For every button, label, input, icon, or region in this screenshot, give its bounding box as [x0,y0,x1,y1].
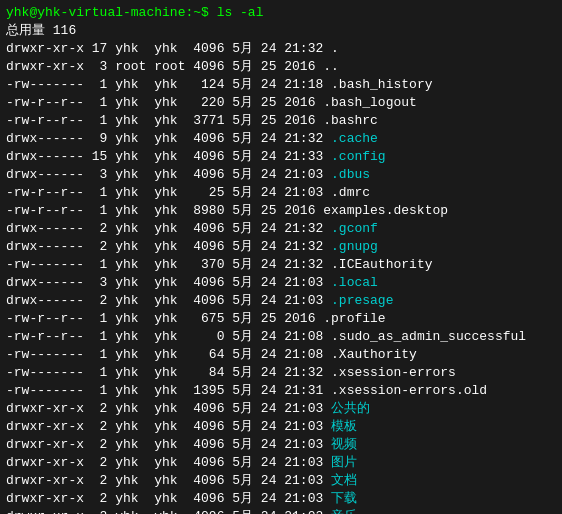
list-item: -rw------- 1 yhk yhk 84 5月 24 21:32 .xse… [6,364,556,382]
file-name: 音乐 [331,508,357,514]
file-meta: -rw-r--r-- 1 yhk yhk 3771 5月 25 2016 [6,112,323,130]
file-name: .profile [323,310,385,328]
file-meta: -rw------- 1 yhk yhk 370 5月 24 21:32 [6,256,331,274]
file-name: .gconf [331,220,378,238]
prompt: yhk@yhk-virtual-machine:~$ ls -al [6,4,263,22]
file-name: .Xauthority [331,346,417,364]
list-item: drwxr-xr-x 2 yhk yhk 4096 5月 24 21:03 图片 [6,454,556,472]
file-name: .ICEauthority [331,256,432,274]
file-name: .xsession-errors.old [331,382,487,400]
file-name: 公共的 [331,400,370,418]
file-meta: -rw-r--r-- 1 yhk yhk 0 5月 24 21:08 [6,328,331,346]
file-meta: -rw------- 1 yhk yhk 64 5月 24 21:08 [6,346,331,364]
file-meta: -rw-r--r-- 1 yhk yhk 220 5月 25 2016 [6,94,323,112]
file-meta: drwx------ 3 yhk yhk 4096 5月 24 21:03 [6,274,331,292]
list-item: drwx------ 2 yhk yhk 4096 5月 24 21:32 .g… [6,238,556,256]
file-name: 文档 [331,472,357,490]
file-name: 图片 [331,454,357,472]
file-meta: drwxr-xr-x 2 yhk yhk 4096 5月 24 21:03 [6,454,331,472]
file-meta: drwxr-xr-x 2 yhk yhk 4096 5月 24 21:03 [6,400,331,418]
file-meta: drwxr-xr-x 2 yhk yhk 4096 5月 24 21:03 [6,472,331,490]
list-item: drwxr-xr-x 2 yhk yhk 4096 5月 24 21:03 公共… [6,400,556,418]
file-meta: drwx------ 2 yhk yhk 4096 5月 24 21:32 [6,220,331,238]
file-meta: drwx------ 2 yhk yhk 4096 5月 24 21:32 [6,238,331,256]
file-name: .bash_history [331,76,432,94]
list-item: -rw-r--r-- 1 yhk yhk 220 5月 25 2016 .bas… [6,94,556,112]
list-item: drwxr-xr-x 3 root root 4096 5月 25 2016 .… [6,58,556,76]
total-label: 总用量 116 [6,22,76,40]
file-list: drwxr-xr-x 17 yhk yhk 4096 5月 24 21:32 .… [6,40,556,514]
list-item: drwx------ 3 yhk yhk 4096 5月 24 21:03 .d… [6,166,556,184]
file-name: .local [331,274,378,292]
file-name: .dmrc [331,184,370,202]
list-item: drwx------ 15 yhk yhk 4096 5月 24 21:33 .… [6,148,556,166]
file-meta: -rw------- 1 yhk yhk 84 5月 24 21:32 [6,364,331,382]
file-name: .bashrc [323,112,378,130]
file-meta: -rw-r--r-- 1 yhk yhk 675 5月 25 2016 [6,310,323,328]
list-item: drwxr-xr-x 2 yhk yhk 4096 5月 24 21:03 模板 [6,418,556,436]
list-item: drwx------ 2 yhk yhk 4096 5月 24 21:32 .g… [6,220,556,238]
file-meta: drwx------ 2 yhk yhk 4096 5月 24 21:03 [6,292,331,310]
file-name: examples.desktop [323,202,448,220]
total-line: 总用量 116 [6,22,556,40]
file-name: .dbus [331,166,370,184]
file-meta: -rw-r--r-- 1 yhk yhk 25 5月 24 21:03 [6,184,331,202]
list-item: -rw------- 1 yhk yhk 124 5月 24 21:18 .ba… [6,76,556,94]
file-name: .cache [331,130,378,148]
file-meta: drwxr-xr-x 3 root root 4096 5月 25 2016 [6,58,323,76]
file-name: .bash_logout [323,94,417,112]
file-meta: drwx------ 15 yhk yhk 4096 5月 24 21:33 [6,148,331,166]
list-item: -rw-r--r-- 1 yhk yhk 25 5月 24 21:03 .dmr… [6,184,556,202]
list-item: drwxr-xr-x 17 yhk yhk 4096 5月 24 21:32 . [6,40,556,58]
list-item: drwx------ 2 yhk yhk 4096 5月 24 21:03 .p… [6,292,556,310]
list-item: -rw-r--r-- 1 yhk yhk 3771 5月 25 2016 .ba… [6,112,556,130]
file-name: 下载 [331,490,357,508]
file-name: .. [323,58,339,76]
list-item: -rw------- 1 yhk yhk 1395 5月 24 21:31 .x… [6,382,556,400]
file-meta: drwxr-xr-x 2 yhk yhk 4096 5月 24 21:03 [6,490,331,508]
list-item: drwx------ 3 yhk yhk 4096 5月 24 21:03 .l… [6,274,556,292]
list-item: drwxr-xr-x 2 yhk yhk 4096 5月 24 21:03 下载 [6,490,556,508]
file-name: 模板 [331,418,357,436]
file-name: .gnupg [331,238,378,256]
list-item: -rw------- 1 yhk yhk 370 5月 24 21:32 .IC… [6,256,556,274]
list-item: -rw-r--r-- 1 yhk yhk 675 5月 25 2016 .pro… [6,310,556,328]
list-item: drwxr-xr-x 2 yhk yhk 4096 5月 24 21:03 视频 [6,436,556,454]
file-meta: drwxr-xr-x 2 yhk yhk 4096 5月 24 21:03 [6,418,331,436]
list-item: drwx------ 9 yhk yhk 4096 5月 24 21:32 .c… [6,130,556,148]
file-name: .presage [331,292,393,310]
list-item: -rw------- 1 yhk yhk 64 5月 24 21:08 .Xau… [6,346,556,364]
list-item: -rw-r--r-- 1 yhk yhk 0 5月 24 21:08 .sudo… [6,328,556,346]
list-item: drwxr-xr-x 2 yhk yhk 4096 5月 24 21:03 音乐 [6,508,556,514]
list-item: -rw-r--r-- 1 yhk yhk 8980 5月 25 2016 exa… [6,202,556,220]
command-line: yhk@yhk-virtual-machine:~$ ls -al [6,4,556,22]
file-name: . [331,40,339,58]
file-meta: drwxr-xr-x 2 yhk yhk 4096 5月 24 21:03 [6,508,331,514]
file-meta: -rw------- 1 yhk yhk 1395 5月 24 21:31 [6,382,331,400]
file-meta: drwx------ 9 yhk yhk 4096 5月 24 21:32 [6,130,331,148]
file-name: .sudo_as_admin_successful [331,328,526,346]
file-name: 视频 [331,436,357,454]
file-meta: -rw------- 1 yhk yhk 124 5月 24 21:18 [6,76,331,94]
file-meta: -rw-r--r-- 1 yhk yhk 8980 5月 25 2016 [6,202,323,220]
file-meta: drwx------ 3 yhk yhk 4096 5月 24 21:03 [6,166,331,184]
file-name: .xsession-errors [331,364,456,382]
list-item: drwxr-xr-x 2 yhk yhk 4096 5月 24 21:03 文档 [6,472,556,490]
file-meta: drwxr-xr-x 2 yhk yhk 4096 5月 24 21:03 [6,436,331,454]
terminal: yhk@yhk-virtual-machine:~$ ls -al 总用量 11… [0,0,562,514]
file-name: .config [331,148,386,166]
file-meta: drwxr-xr-x 17 yhk yhk 4096 5月 24 21:32 [6,40,331,58]
